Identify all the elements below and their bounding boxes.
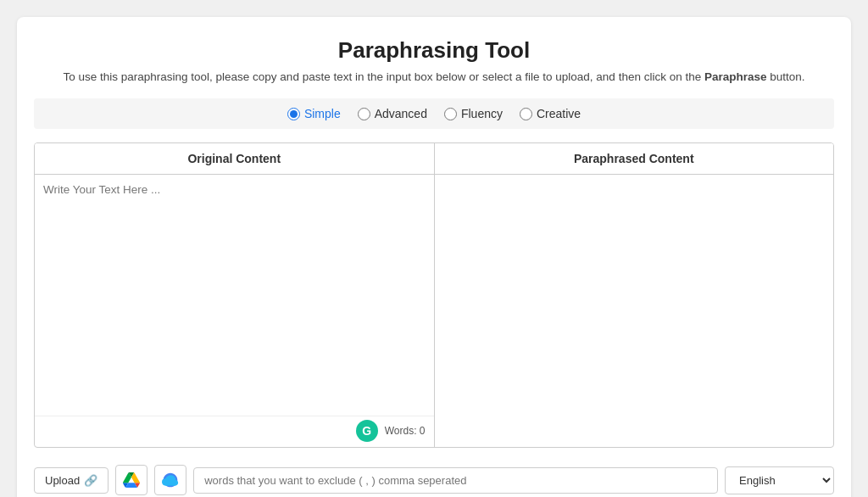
original-panel-body [35, 175, 434, 416]
mode-advanced-label: Advanced [375, 107, 427, 120]
mode-fluency-radio[interactable] [444, 108, 457, 120]
link-icon: 🔗 [84, 474, 97, 487]
exclude-words-input[interactable] [193, 467, 718, 494]
mode-advanced-radio[interactable] [358, 108, 370, 120]
bottom-bar: Upload 🔗 English Spanis [34, 458, 834, 497]
word-count-bar: G Words: 0 [35, 416, 434, 447]
mode-simple-label: Simple [304, 107, 341, 120]
mode-advanced[interactable]: Advanced [358, 107, 427, 120]
subtitle-post: button. [766, 70, 804, 83]
page-subtitle: To use this paraphrasing tool, please co… [34, 70, 834, 83]
mode-fluency-label: Fluency [461, 107, 503, 120]
content-area: Original Content G Words: 0 Paraphrased … [34, 142, 834, 448]
word-count-label: Words: 0 [385, 425, 426, 437]
google-docs-button[interactable] [154, 465, 186, 495]
main-container: Paraphrasing Tool To use this paraphrasi… [17, 17, 851, 497]
paraphrased-content [435, 175, 834, 412]
mode-simple-radio[interactable] [287, 108, 300, 120]
original-textarea[interactable] [35, 175, 434, 412]
upload-label: Upload [45, 474, 80, 487]
mode-creative-label: Creative [537, 107, 581, 120]
mode-creative[interactable]: Creative [520, 107, 581, 120]
language-select[interactable]: English Spanish French German Italian Po… [725, 466, 834, 494]
paraphrased-panel-header: Paraphrased Content [435, 143, 834, 175]
subtitle-pre: To use this paraphrasing tool, please co… [63, 70, 704, 83]
subtitle-bold: Paraphrase [704, 70, 767, 83]
paraphrased-panel-body [435, 175, 834, 447]
original-panel-header: Original Content [35, 143, 434, 175]
original-panel: Original Content G Words: 0 [35, 143, 434, 447]
paraphrased-panel: Paraphrased Content [434, 143, 834, 447]
page-title: Paraphrasing Tool [34, 37, 834, 64]
mode-fluency[interactable]: Fluency [444, 107, 503, 120]
mode-options: Simple Advanced Fluency Creative [34, 98, 834, 129]
google-drive-icon [123, 471, 140, 489]
mode-creative-radio[interactable] [520, 108, 532, 120]
mode-simple[interactable]: Simple [287, 107, 341, 120]
grammarly-icon: G [356, 420, 378, 442]
google-drive-button[interactable] [115, 465, 147, 495]
upload-button[interactable]: Upload 🔗 [34, 467, 108, 494]
google-docs-icon [162, 471, 179, 489]
